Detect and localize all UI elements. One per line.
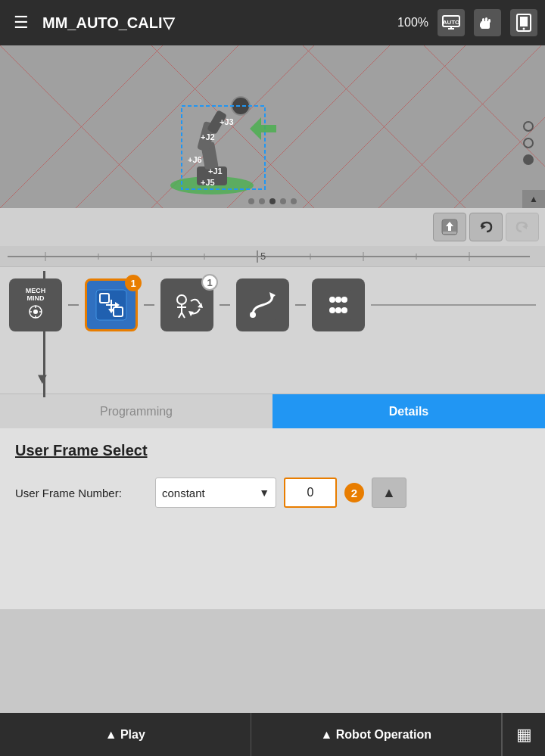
circle-filled [523,154,534,165]
svg-text:+J3: +J3 [220,117,234,126]
svg-rect-39 [443,232,456,234]
dot-1 [248,198,254,204]
svg-marker-36 [250,117,276,140]
nodes-row: MECH MIND 1 [0,271,545,339]
robot-operation-label: ▲ Robot Operation [321,728,432,742]
svg-point-78 [329,297,335,303]
bottom-bar: ▲ Play ▲ Robot Operation ▦ [0,713,545,756]
layout-icon-button[interactable]: ▦ [502,713,545,756]
tabs-row: Programming Details [0,394,545,428]
down-arrow: ▼ [35,370,50,387]
svg-marker-41 [522,224,527,229]
node-badge-1: 1 [125,275,142,291]
details-title: User Frame Select [15,442,530,459]
dots-indicator [248,198,297,204]
robot-hand-icon[interactable] [474,9,501,36]
mechmind-node[interactable]: MECH MIND [9,278,62,331]
svg-point-76 [250,312,256,318]
circles-indicator [523,121,534,165]
robot-move-node[interactable]: 1 [160,278,213,331]
dot-2 [259,198,265,204]
svg-point-81 [329,307,335,313]
field-badge-2: 2 [344,483,364,502]
user-frame-select-node[interactable]: 1 [85,278,138,331]
user-frame-number-row: User Frame Number: constant ▼ 0 2 ▲ [15,478,530,508]
constant-select[interactable]: constant ▼ [155,478,276,508]
tab-details[interactable]: Details [272,394,545,428]
h-connector-end [371,304,536,306]
frame-number-value: 0 [307,486,314,499]
svg-rect-7 [485,17,487,23]
redo-button[interactable] [506,213,539,241]
flow-editor: 5 MECH MIND [0,246,545,394]
h-connector-4 [295,304,306,306]
circle-empty-2 [523,138,534,148]
svg-point-79 [335,297,341,303]
robot-operation-button[interactable]: ▲ Robot Operation [251,713,503,756]
svg-rect-6 [482,18,484,23]
h-connector-2 [144,304,154,306]
svg-text:+J5: +J5 [201,178,215,187]
svg-point-12 [523,28,525,30]
svg-text:+J2: +J2 [201,132,215,142]
svg-point-83 [341,307,347,313]
svg-rect-77 [323,290,353,320]
flow-ruler: 5 [0,246,545,267]
h-connector-3 [220,304,230,306]
stepper-up-button[interactable]: ▲ [372,478,406,508]
header: ☰ MM_AUTO_CALI▽ 100% AUTO [0,0,545,45]
upload-button[interactable] [433,213,466,241]
header-right: 100% AUTO [397,9,537,36]
svg-line-18 [378,45,541,208]
svg-text:AUTO: AUTO [443,19,460,26]
dot-4 [280,198,286,204]
svg-marker-40 [481,224,486,229]
h-connector-1 [68,304,79,306]
circle-empty-1 [523,121,534,132]
details-panel: User Frame Select User Frame Number: con… [0,428,545,534]
svg-point-80 [341,297,347,303]
details-empty-area [0,534,545,609]
auto-mode-icon[interactable]: AUTO [438,9,465,36]
select-arrow-icon: ▼ [259,487,269,499]
select-value: constant [162,487,254,499]
svg-point-82 [335,307,341,313]
layout-icon: ▦ [516,725,532,745]
dots-node[interactable] [312,278,365,331]
user-frame-number-label: User Frame Number: [15,487,148,499]
hamburger-icon[interactable]: ☰ [8,13,35,33]
ruler-svg: 5 [0,246,530,267]
dot-5 [291,198,297,204]
toolbar-row [0,208,545,246]
path-node[interactable] [236,278,289,331]
svg-rect-9 [480,23,482,27]
undo-button[interactable] [469,213,503,241]
viewport-expand-arrow[interactable]: ▲ [522,190,545,208]
frame-number-input[interactable]: 0 [284,478,337,508]
robot-arm-display: +J6 +J5 +J1 +J2 +J3 [129,68,295,200]
dot-3 [269,198,276,204]
svg-text:+J6: +J6 [188,155,202,164]
svg-text:+J1: +J1 [208,166,223,176]
svg-rect-11 [520,17,528,26]
play-label: ▲ Play [105,728,145,742]
robot-viewport: +J6 +J5 +J1 +J2 +J3 ▲ [0,45,545,208]
svg-point-54 [33,310,38,314]
svg-rect-66 [172,290,202,320]
play-button[interactable]: ▲ Play [0,713,251,756]
svg-point-29 [232,97,250,115]
tablet-icon[interactable] [510,9,537,36]
flow-bottom: ▼ [0,339,545,394]
tab-programming[interactable]: Programming [0,394,272,428]
svg-rect-8 [488,19,490,23]
zoom-label: 100% [397,16,428,30]
node-badge-2: 1 [201,274,218,291]
svg-text:5: 5 [260,250,266,262]
header-title: MM_AUTO_CALI▽ [42,14,390,32]
